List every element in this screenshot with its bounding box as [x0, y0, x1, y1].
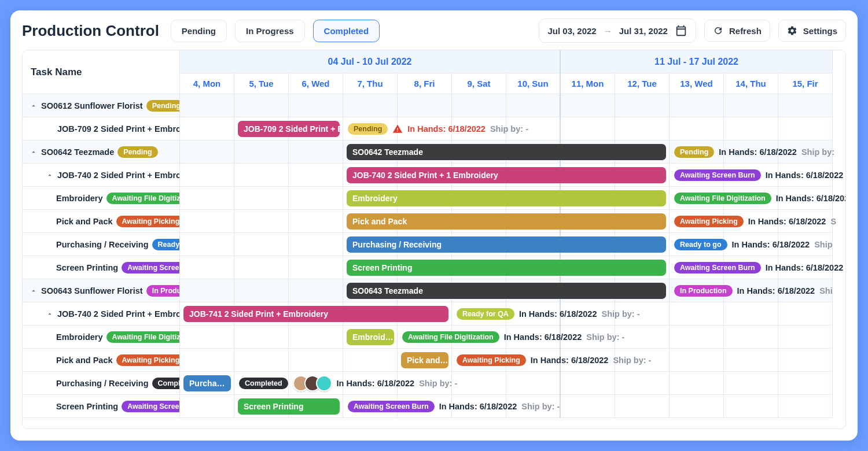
- tab-pending[interactable]: Pending: [171, 20, 227, 42]
- chevron-up-icon: [30, 287, 38, 295]
- gantt-bar[interactable]: SO0643 Teezmade: [347, 283, 666, 299]
- gantt-cell: [289, 210, 343, 233]
- gantt-cell: [180, 164, 234, 187]
- status-badge: In Production: [674, 285, 733, 297]
- row-extras: CompletedIn Hands: 6/18/2022Ship by: -: [239, 372, 457, 395]
- gantt-bar[interactable]: Purchasing / Receiving: [347, 236, 666, 253]
- avatar: [316, 375, 332, 391]
- gantt-cell: [615, 372, 670, 395]
- status-badge: In Production: [146, 285, 180, 297]
- gantt-cell: [234, 349, 289, 372]
- settings-button[interactable]: Settings: [778, 20, 846, 42]
- gantt-cell: [234, 187, 289, 210]
- status-badge: Awaiting Screen: [122, 401, 180, 412]
- task-row-label[interactable]: Pick and Pack Awaiting Picking: [23, 349, 180, 372]
- status-badge: Complete: [152, 378, 180, 389]
- gantt-cell: [724, 326, 778, 349]
- row-title: Purchasing / Receiving: [56, 240, 149, 249]
- gantt-cell: [778, 326, 833, 349]
- gantt-cell: [670, 117, 724, 141]
- chevron-up-icon: [46, 310, 54, 318]
- in-hands-text: In Hands: 6/18/2022: [737, 286, 815, 295]
- task-row-label[interactable]: Pick and Pack Awaiting Picking: [23, 210, 180, 233]
- task-row-label[interactable]: Embroidery Awaiting File Digitizat: [23, 187, 180, 210]
- task-row-label[interactable]: JOB-740 2 Sided Print + Embroider: [23, 164, 180, 187]
- gantt-cell: [670, 302, 724, 326]
- week-header-1: 04 Jul - 10 Jul 2022: [180, 50, 561, 73]
- gantt-cell: [724, 302, 778, 326]
- gantt-cell: [724, 395, 778, 418]
- gantt-bar[interactable]: Pick and Pack: [347, 213, 666, 230]
- row-title: Purchasing / Receiving: [56, 379, 149, 388]
- column-header-taskname: Task Name: [23, 50, 180, 94]
- row-extras: Awaiting Screen BurnIn Hands: 6/18/2022S…: [348, 395, 560, 418]
- gantt-cell: [234, 279, 289, 302]
- gantt-cell: [778, 117, 833, 141]
- in-hands-text: In Hands: 6/18/2022: [407, 124, 486, 134]
- gantt-bar[interactable]: Pick and…: [401, 352, 448, 368]
- in-hands-text: In Hands: 6/18/2022: [519, 309, 597, 319]
- gantt-bar[interactable]: Purcha…: [183, 375, 231, 391]
- gantt-cell: [724, 349, 778, 372]
- refresh-button[interactable]: Refresh: [704, 20, 770, 42]
- in-hands-text: In Hands: 6/18/2022: [748, 217, 826, 226]
- task-row-label[interactable]: Screen Printing Awaiting Screen: [23, 395, 180, 418]
- gantt-cell: [234, 94, 289, 117]
- task-row-label[interactable]: Purchasing / Receiving Complete: [23, 372, 180, 395]
- gantt-cell: [289, 187, 343, 210]
- row-extras: Ready for QAIn Hands: 6/18/2022Ship by: …: [457, 302, 640, 326]
- group-row-label[interactable]: SO0643 Sunflower Florist In Production: [23, 279, 180, 302]
- day-header: 6, Wed: [289, 73, 343, 94]
- gantt-cell: [289, 164, 343, 187]
- gantt-cell: [234, 233, 289, 256]
- task-row-label[interactable]: Purchasing / Receiving Ready t: [23, 233, 180, 256]
- group-row-label[interactable]: SO0612 Sunflower Florist Pending: [23, 94, 180, 117]
- task-row-label[interactable]: JOB-740 2 Sided Print + Embroider: [23, 302, 180, 326]
- gantt-bar[interactable]: JOB-741 2 Sided Print + Embroidery: [183, 306, 448, 322]
- in-hands-text: In Hands: 6/18/2022: [531, 356, 609, 365]
- gantt-bar[interactable]: SO0642 Teezmade: [347, 144, 666, 160]
- gantt-cell: [561, 395, 615, 418]
- settings-label: Settings: [803, 26, 837, 36]
- ship-by-text: Ship by: -: [521, 402, 560, 411]
- gantt-cell: [234, 256, 289, 279]
- ship-by-text: Ship by: -: [490, 124, 528, 134]
- gantt-bar[interactable]: JOB-740 2 Sided Print + 1 Embroidery: [347, 167, 666, 183]
- status-badge: Awaiting Screen Burn: [674, 169, 761, 181]
- tab-completed[interactable]: Completed: [313, 20, 380, 42]
- gantt-bar[interactable]: Screen Printing: [347, 260, 666, 276]
- row-title: SO0612 Sunflower Florist: [41, 101, 143, 110]
- in-hands-text: In Hands: 6/18/2022: [719, 147, 797, 157]
- status-badge: Awaiting Picking: [116, 354, 180, 366]
- group-row-label[interactable]: SO0642 Teezmade Pending: [23, 141, 180, 164]
- tab-in-progress[interactable]: In Progress: [235, 20, 305, 42]
- gantt-bar[interactable]: Embroid…: [347, 329, 394, 345]
- gantt-cell: [615, 395, 670, 418]
- task-row-label[interactable]: JOB-709 2 Sided Print + Embroider: [23, 117, 180, 141]
- task-row-label[interactable]: Screen Printing Awaiting Screen: [23, 256, 180, 279]
- status-badge: Ready for QA: [457, 308, 514, 320]
- gantt-cell: [778, 349, 833, 372]
- gantt-bar[interactable]: Embroidery: [347, 190, 666, 206]
- date-range-picker[interactable]: Jul 03, 2022 → Jul 31, 2022: [539, 19, 696, 43]
- day-header: 7, Thu: [343, 73, 398, 94]
- gantt-cell: [180, 349, 234, 372]
- status-badge: Awaiting File Digitizat: [106, 193, 180, 204]
- ship-by-text: Ship by: -: [419, 379, 457, 388]
- row-extras: Awaiting PickingIn Hands: 6/18/2022Ship …: [457, 349, 651, 372]
- day-header: 4, Mon: [180, 73, 234, 94]
- gantt-bar[interactable]: JOB-709 2 Sided Print + Embroidery: [238, 121, 340, 137]
- task-row-label[interactable]: Embroidery Awaiting File Digitizat: [23, 326, 180, 349]
- ship-by-text: Ship by:: [801, 147, 834, 157]
- gantt-cell: [561, 94, 615, 117]
- date-to: Jul 31, 2022: [619, 26, 668, 36]
- gantt-container: Task Name 04 Jul - 10 Jul 2022 11 Jul - …: [22, 50, 846, 429]
- gantt-cell: [615, 117, 670, 141]
- gantt-bar[interactable]: Screen Printing: [238, 398, 340, 415]
- status-badge: Awaiting File Digitizat: [106, 331, 180, 343]
- row-title: Pick and Pack: [56, 217, 113, 226]
- gantt-cell: [506, 94, 561, 117]
- status-badge: Awaiting Screen: [122, 262, 180, 273]
- in-hands-text: In Hands: 6/18/2022: [766, 263, 844, 272]
- row-title: JOB-709 2 Sided Print + Embroider: [57, 124, 180, 134]
